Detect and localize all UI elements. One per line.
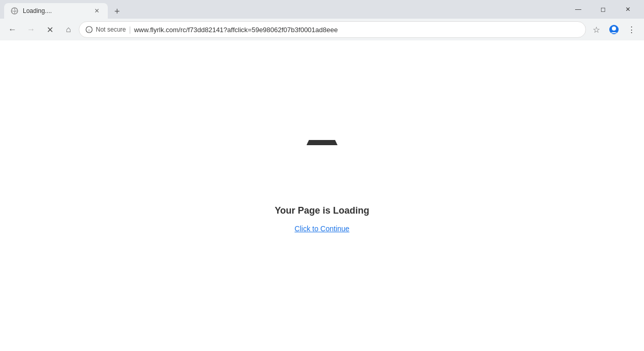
click-continue-link[interactable]: Click to Continue (295, 224, 350, 233)
svg-text:i: i (89, 28, 90, 33)
home-button[interactable]: ⌂ (60, 21, 77, 38)
nav-bar: ← → ✕ ⌂ i Not secure | www.flyrlk.com/rc… (0, 19, 644, 40)
bookmark-button[interactable]: ☆ (588, 21, 605, 38)
maximize-button[interactable]: ◻ (591, 1, 615, 18)
forward-button[interactable]: → (23, 21, 39, 38)
menu-button[interactable]: ⋮ (623, 21, 640, 38)
nav-right-controls: ☆ ⋮ (588, 21, 640, 38)
url-text: www.flyrlk.com/rc/f73dd82141?affclick=59… (134, 26, 579, 34)
loading-graphic (307, 140, 338, 145)
url-divider: | (129, 25, 131, 34)
page-content: Your Page is Loading Click to Continue (0, 40, 644, 332)
window-controls: — ◻ ✕ (566, 1, 640, 18)
browser-chrome: Loading.... ✕ + — ◻ ✕ ← → ✕ ⌂ i Not secu… (0, 0, 644, 40)
close-button[interactable]: ✕ (616, 1, 640, 18)
active-tab[interactable]: Loading.... ✕ (4, 3, 108, 19)
tab-title: Loading.... (23, 7, 88, 15)
title-bar: Loading.... ✕ + — ◻ ✕ (0, 0, 644, 19)
svg-point-4 (612, 26, 616, 31)
new-tab-button[interactable]: + (110, 4, 124, 19)
back-button[interactable]: ← (4, 21, 21, 38)
security-icon: i (85, 26, 93, 33)
tab-favicon (10, 7, 19, 15)
address-bar[interactable]: i Not secure | www.flyrlk.com/rc/f73dd82… (79, 21, 586, 38)
account-button[interactable] (606, 21, 622, 38)
reload-button[interactable]: ✕ (41, 21, 58, 38)
tab-bar: Loading.... ✕ + (4, 0, 566, 19)
loading-title: Your Page is Loading (275, 205, 369, 216)
security-text: Not secure (96, 26, 126, 33)
minimize-button[interactable]: — (566, 1, 590, 18)
tab-close-button[interactable]: ✕ (92, 6, 102, 16)
